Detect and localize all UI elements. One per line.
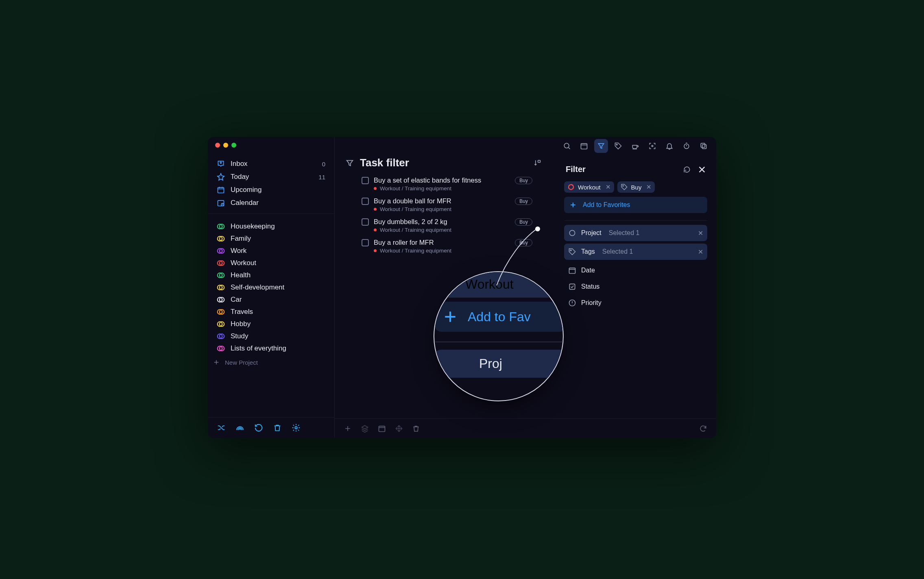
magnified-project-label: Proj [479,356,502,371]
project-label: Self-development [231,283,284,292]
task-title: Buy a set of elastic bands for fitness [374,176,481,184]
svg-point-25 [295,427,297,429]
task-title: Buy a roller for MFR [374,239,434,246]
filter-row-date[interactable]: Date [564,262,707,279]
project-label: Housekeeping [231,222,275,231]
sidebar-project-hobby[interactable]: Hobby [212,318,330,330]
sync-icon[interactable] [699,424,707,433]
sidebar: Inbox 0 Today 11 Upcoming Calendar [208,137,335,438]
task-checkbox[interactable] [362,198,369,205]
sidebar-project-family[interactable]: Family [212,233,330,245]
task-row[interactable]: Buy dumbbells, 2 of 2 kgBuyWorkout / Tra… [362,216,532,237]
chip-label: Buy [631,184,642,191]
clear-filter-icon[interactable]: ✕ [698,229,703,237]
calendar-grid-icon [217,186,225,194]
filter-row-label: Status [581,283,599,290]
sidebar-project-health[interactable]: Health [212,269,330,281]
task-row[interactable]: Buy a double ball for MFRBuyWorkout / Tr… [362,196,532,216]
svg-rect-31 [702,145,706,149]
clear-filter-icon[interactable]: ✕ [698,248,703,256]
notifications-button[interactable] [662,139,676,153]
filter-chip-buy[interactable]: Buy ✕ [617,181,655,193]
filter-button[interactable] [594,139,608,153]
plus-icon [442,309,458,324]
sidebar-item-today[interactable]: Today 11 [212,170,330,183]
sidebar-item-label: Today [231,173,249,181]
filter-row-tags[interactable]: Tags Selected 1 ✕ [564,244,707,260]
task-title: Buy dumbbells, 2 of 2 kg [374,218,447,226]
filter-chip-workout[interactable]: Workout ✕ [564,181,614,193]
rainbow-icon[interactable] [235,423,244,432]
maximize-window-button[interactable] [231,143,236,148]
project-label: Study [231,332,248,340]
calendar-icon[interactable] [378,424,386,433]
timer-button[interactable] [680,139,693,153]
close-window-button[interactable] [215,143,220,148]
project-ring-icon [217,320,225,328]
coffee-button[interactable] [628,139,642,153]
move-icon[interactable] [395,424,403,433]
sidebar-project-work[interactable]: Work [212,245,330,257]
new-project-button[interactable]: New Project [208,355,334,370]
task-row[interactable]: Buy a roller for MFRBuyWorkout / Trainin… [362,237,532,258]
task-checkbox[interactable] [362,239,369,246]
task-tag[interactable]: Buy [515,198,532,205]
chip-label: Workout [578,184,601,191]
svg-point-37 [569,230,575,235]
close-icon[interactable] [697,165,706,174]
filter-row-priority[interactable]: Priority [564,295,707,311]
sidebar-project-lists-of-everything[interactable]: Lists of everything [212,342,330,355]
filter-row-label: Project [581,229,601,237]
plus-icon[interactable] [344,424,352,433]
sidebar-bottom-toolbar [208,417,334,438]
focus-button[interactable] [645,139,659,153]
plus-icon [569,201,577,209]
sidebar-item-inbox[interactable]: Inbox 0 [212,157,330,170]
trash-icon[interactable] [273,423,282,432]
chip-remove-icon[interactable]: ✕ [606,183,611,191]
svg-rect-40 [569,284,575,289]
sidebar-project-study[interactable]: Study [212,330,330,342]
svg-rect-34 [379,426,385,431]
minimize-window-button[interactable] [223,143,228,148]
task-row[interactable]: Buy a set of elastic bands for fitnessBu… [362,175,532,196]
sidebar-project-workout[interactable]: Workout [212,257,330,269]
sidebar-project-car[interactable]: Car [212,294,330,306]
search-button[interactable] [560,139,574,153]
task-path: Workout / Training equipment [380,185,451,192]
project-ring-icon [217,308,225,316]
svg-rect-27 [581,144,587,149]
sort-button[interactable] [533,159,541,167]
reset-filter-icon[interactable] [683,165,691,174]
copy-button[interactable] [697,139,710,153]
sidebar-item-upcoming[interactable]: Upcoming [212,183,330,196]
calendar-button[interactable] [577,139,591,153]
history-icon[interactable] [254,423,263,432]
task-checkbox[interactable] [362,218,369,226]
sidebar-item-calendar[interactable]: Calendar [212,196,330,209]
magnifier-overlay: Workout Add to Fav Proj [434,271,564,401]
task-tag[interactable]: Buy [515,239,532,246]
filter-row-status[interactable]: Status [564,279,707,295]
sidebar-project-travels[interactable]: Travels [212,306,330,318]
bell-icon [665,142,673,150]
shuffle-icon[interactable] [217,423,226,432]
gear-icon[interactable] [292,423,301,432]
tag-button[interactable] [611,139,625,153]
add-to-favorites-button[interactable]: Add to Favorites [564,197,707,213]
layers-icon[interactable] [361,424,369,433]
search-icon [563,142,571,150]
sidebar-project-housekeeping[interactable]: Housekeeping [212,220,330,233]
new-project-label: New Project [225,359,258,366]
star-icon [217,173,225,181]
task-checkbox[interactable] [362,177,369,184]
task-tag[interactable]: Buy [515,218,532,226]
sidebar-project-self-development[interactable]: Self-development [212,281,330,294]
copy-icon [700,142,708,150]
trash-icon[interactable] [412,424,420,433]
magnified-project-row: Proj [435,350,564,378]
chip-remove-icon[interactable]: ✕ [646,183,652,191]
task-tag[interactable]: Buy [515,177,532,184]
filter-row-project[interactable]: Project Selected 1 ✕ [564,225,707,241]
svg-rect-32 [701,143,705,147]
